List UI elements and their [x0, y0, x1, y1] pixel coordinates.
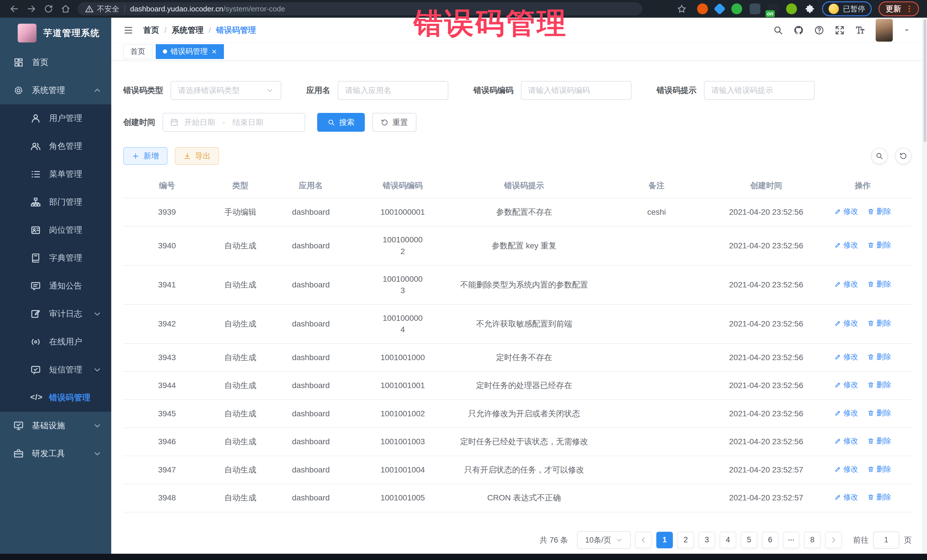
- breadcrumb-item[interactable]: 首页: [143, 25, 159, 36]
- scrollbar[interactable]: [922, 18, 927, 554]
- fullscreen-icon[interactable]: [834, 25, 845, 35]
- page-tab[interactable]: 错误码管理 ×: [156, 44, 224, 59]
- add-button[interactable]: 新增: [123, 147, 167, 165]
- delete-link[interactable]: 删除: [868, 206, 891, 217]
- delete-link[interactable]: 删除: [868, 240, 891, 250]
- delete-link[interactable]: 删除: [868, 436, 891, 446]
- delete-link[interactable]: 删除: [868, 352, 891, 363]
- extension-icon-green[interactable]: [731, 3, 742, 14]
- sidebar-item[interactable]: 首页: [0, 49, 111, 76]
- scrollbar-thumb[interactable]: [924, 20, 926, 142]
- app-logo-row[interactable]: 芋道管理系统: [0, 18, 111, 49]
- paused-extension-badge[interactable]: 已暂停: [822, 2, 872, 16]
- edit-link[interactable]: 修改: [834, 240, 858, 250]
- edit-link[interactable]: 修改: [834, 464, 858, 475]
- sidebar: 芋道管理系统 首页 系统管理: [0, 18, 111, 554]
- page-button[interactable]: 5: [741, 532, 757, 548]
- help-icon[interactable]: [814, 25, 824, 35]
- refresh-table-button[interactable]: [895, 148, 912, 164]
- extension-icon-translate[interactable]: on: [768, 3, 779, 14]
- edit-link[interactable]: 修改: [834, 318, 858, 329]
- extension-icon-sprout[interactable]: [786, 3, 797, 14]
- extension-icon-gem[interactable]: [714, 3, 726, 15]
- date-range-picker[interactable]: 开始日期 - 结束日期: [163, 113, 305, 132]
- page-button[interactable]: [783, 532, 799, 548]
- page-size-select[interactable]: 10条/页: [577, 531, 631, 549]
- delete-link[interactable]: 删除: [868, 379, 891, 390]
- sidebar-item[interactable]: 短信管理: [0, 356, 111, 384]
- edit-link[interactable]: 修改: [834, 379, 858, 390]
- table-row: 3945 自动生成 dashboard 1001001002 只允许修改为开启或…: [123, 400, 912, 428]
- sidebar-item[interactable]: 基础设施: [0, 412, 111, 440]
- sidebar-item[interactable]: 部门管理: [0, 188, 111, 216]
- bookmark-star-icon[interactable]: [677, 4, 687, 14]
- export-button[interactable]: 导出: [175, 147, 219, 165]
- sidebar-item[interactable]: 在线用户: [0, 328, 111, 356]
- browser-menu-icon[interactable]: [905, 5, 913, 13]
- delete-link[interactable]: 删除: [868, 279, 891, 290]
- avatar[interactable]: [876, 19, 893, 42]
- extension-icon-orange[interactable]: [697, 3, 708, 14]
- avatar-caret-icon[interactable]: [903, 27, 910, 34]
- breadcrumb-item[interactable]: 系统管理: [172, 25, 204, 36]
- browser-back-icon[interactable]: [9, 4, 19, 14]
- delete-link[interactable]: 删除: [868, 408, 891, 419]
- edit-link[interactable]: 修改: [834, 492, 858, 503]
- browser-update-button[interactable]: 更新: [878, 2, 919, 16]
- page-tab[interactable]: 首页: [123, 44, 152, 59]
- search-button[interactable]: 搜索: [317, 113, 365, 132]
- table-row: 3940 自动生成 dashboard 1001000002 参数配置 key …: [123, 226, 912, 265]
- browser-forward-icon[interactable]: [27, 4, 36, 14]
- sidebar-item[interactable]: 研发工具: [0, 440, 111, 467]
- page-button[interactable]: 4: [720, 532, 736, 548]
- sidebar-item[interactable]: 菜单管理: [0, 160, 111, 188]
- font-size-icon[interactable]: [855, 25, 865, 35]
- sidebar-item[interactable]: 角色管理: [0, 132, 111, 160]
- page-button[interactable]: 3: [699, 532, 715, 548]
- goto-page-input[interactable]: [873, 531, 899, 549]
- delete-link[interactable]: 删除: [868, 464, 891, 475]
- edit-link[interactable]: 修改: [834, 352, 858, 363]
- breadcrumb-item[interactable]: 错误码管理: [216, 25, 256, 36]
- page-button[interactable]: 6: [762, 532, 778, 548]
- cell-created: 2021-04-20 23:52:56: [719, 428, 814, 456]
- delete-link[interactable]: 删除: [868, 318, 891, 329]
- filter-field[interactable]: 请选择错误码类型: [170, 81, 281, 100]
- extension-icon-grid[interactable]: [749, 3, 760, 14]
- sidebar-item[interactable]: 字典管理: [0, 244, 111, 272]
- trash-icon: [868, 242, 874, 249]
- cell-app: dashboard: [270, 484, 352, 512]
- cell-note: [595, 344, 719, 372]
- reset-button[interactable]: 重置: [372, 113, 416, 132]
- sidebar-item[interactable]: 审计日志: [0, 300, 111, 328]
- page-button[interactable]: 1: [656, 532, 673, 548]
- toggle-search-button[interactable]: [871, 148, 887, 164]
- sidebar-item[interactable]: 岗位管理: [0, 216, 111, 244]
- close-tab-icon[interactable]: ×: [212, 47, 217, 56]
- page-button[interactable]: 8: [804, 532, 821, 548]
- puzzle-icon[interactable]: [804, 3, 815, 14]
- prev-page-button[interactable]: [635, 532, 652, 548]
- sidebar-item[interactable]: 系统管理: [0, 76, 111, 104]
- search-icon[interactable]: [773, 25, 783, 35]
- filter-field[interactable]: 请输入错误码编码: [521, 81, 632, 100]
- sidebar-item[interactable]: 通知公告: [0, 272, 111, 300]
- sidebar-item[interactable]: </> 错误码管理: [0, 384, 111, 412]
- edit-link[interactable]: 修改: [834, 436, 858, 446]
- edit-link[interactable]: 修改: [834, 206, 858, 217]
- filter-field[interactable]: 请输入应用名: [338, 81, 448, 100]
- collapse-sidebar-icon[interactable]: [123, 25, 134, 35]
- github-icon[interactable]: [793, 25, 804, 35]
- edit-icon: [834, 466, 841, 473]
- page-button[interactable]: 2: [678, 532, 694, 548]
- browser-home-icon[interactable]: [61, 4, 70, 14]
- filter-field[interactable]: 请输入错误码提示: [704, 81, 815, 100]
- edit-link[interactable]: 修改: [834, 279, 858, 290]
- next-page-button[interactable]: [825, 532, 842, 548]
- edit-link[interactable]: 修改: [834, 408, 858, 419]
- delete-link[interactable]: 删除: [868, 492, 891, 503]
- cell-code: 1001000004: [352, 305, 454, 344]
- browser-reload-icon[interactable]: [44, 4, 53, 14]
- sidebar-item[interactable]: 用户管理: [0, 104, 111, 132]
- address-bar[interactable]: 不安全 dashboard.yudao.iocoder.cn/system/er…: [78, 2, 642, 15]
